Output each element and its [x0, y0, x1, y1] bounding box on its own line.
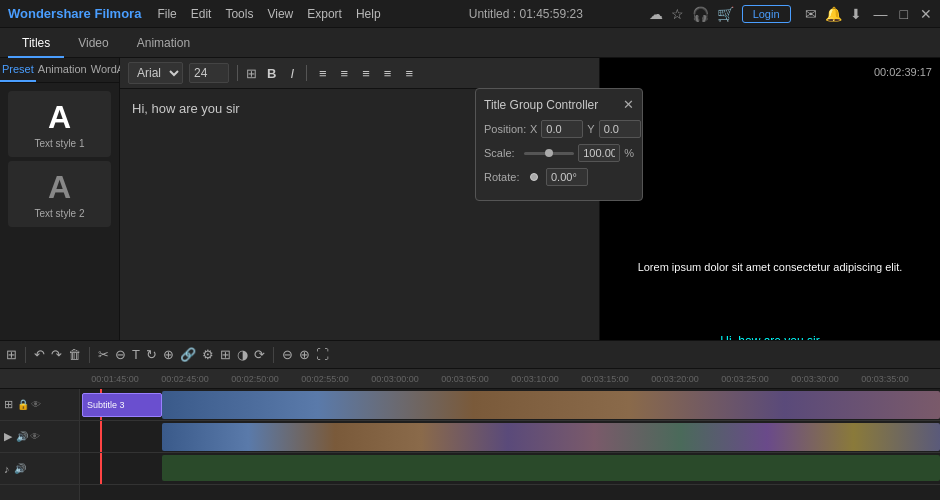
- tgc-position-label: Position:: [484, 123, 526, 135]
- video-clips-row[interactable]: [162, 391, 940, 419]
- tl-fit-icon[interactable]: ⛶: [316, 347, 329, 362]
- menu-view[interactable]: View: [267, 7, 293, 21]
- timeline-ruler: 00:01:45:00 00:02:45:00 00:02:50:00 00:0…: [0, 369, 940, 389]
- track-1-lock[interactable]: 🔒: [17, 399, 29, 410]
- tl-rotate-icon[interactable]: ↻: [146, 347, 157, 362]
- track-2-vol[interactable]: 🔊: [16, 431, 28, 442]
- audio-clip[interactable]: [162, 455, 940, 481]
- bold-button[interactable]: B: [263, 64, 280, 83]
- menu-help[interactable]: Help: [356, 7, 381, 21]
- track-label-1: ⊞ 🔒 👁: [0, 389, 79, 421]
- tl-zoom-in-icon[interactable]: ⊕: [299, 347, 310, 362]
- subtab-preset[interactable]: Preset: [0, 58, 36, 82]
- close-button[interactable]: ✕: [920, 6, 932, 22]
- login-button[interactable]: Login: [742, 5, 791, 23]
- subtitle-track: ✂ Subtitle 3: [80, 389, 940, 421]
- tl-sep-2: [89, 347, 90, 363]
- tl-color-icon[interactable]: ◑: [237, 347, 248, 362]
- minimize-button[interactable]: —: [874, 6, 888, 22]
- style-card-1[interactable]: A Text style 1: [8, 91, 111, 157]
- ruler-2: 00:02:50:00: [220, 374, 290, 384]
- playhead-marker-3: [100, 453, 102, 484]
- cart-icon[interactable]: 🛒: [717, 6, 734, 22]
- preview-lorem-text: Lorem ipsum dolor sit amet consectetur a…: [617, 261, 923, 273]
- more-options-button[interactable]: ≡: [401, 64, 417, 83]
- track-3-icon: ♪: [4, 463, 10, 475]
- tgc-close-button[interactable]: ✕: [623, 97, 634, 112]
- tl-speed-icon[interactable]: ⟳: [254, 347, 265, 362]
- notification-icon[interactable]: 🔔: [825, 6, 842, 22]
- download-icon[interactable]: ⬇: [850, 6, 862, 22]
- tgc-x-input[interactable]: [541, 120, 583, 138]
- tl-text-icon[interactable]: T: [132, 347, 140, 362]
- cloud-icon[interactable]: ☁: [649, 6, 663, 22]
- toolbar-sep-2: [306, 65, 307, 81]
- font-select[interactable]: Arial: [128, 62, 183, 84]
- sub-tabbar: Preset Animation WordArt: [0, 58, 119, 83]
- video-clip-main[interactable]: [162, 423, 940, 451]
- tgc-rotate-input[interactable]: [546, 168, 588, 186]
- tl-cut-icon[interactable]: ✂: [98, 347, 109, 362]
- menu-tools[interactable]: Tools: [225, 7, 253, 21]
- align-center-button[interactable]: ≡: [337, 64, 353, 83]
- tab-titles[interactable]: Titles: [8, 28, 64, 58]
- track-labels: ⊞ 🔒 👁 ▶ 🔊 👁 ♪ 🔊: [0, 389, 80, 500]
- ruler-0: 00:01:45:00: [80, 374, 150, 384]
- track-1-icon: ⊞: [4, 398, 13, 411]
- tl-split-icon[interactable]: ⊕: [163, 347, 174, 362]
- playhead-marker-2: [100, 421, 102, 452]
- tgc-scale-label: Scale:: [484, 147, 520, 159]
- tgc-rotate-row: Rotate:: [484, 168, 634, 186]
- style-list: A Text style 1 A Text style 2: [0, 83, 119, 235]
- style-label-2: Text style 2: [16, 208, 103, 219]
- tgc-popup-title: Title Group Controller: [484, 98, 598, 112]
- text-layout-icon: ⊞: [246, 66, 257, 81]
- ruler-1: 00:02:45:00: [150, 374, 220, 384]
- subtab-animation[interactable]: Animation: [36, 58, 89, 82]
- track-1-controls: 🔒 👁: [17, 399, 41, 410]
- align-right-button[interactable]: ≡: [358, 64, 374, 83]
- tl-adjust-icon[interactable]: ⚙: [202, 347, 214, 362]
- align-justify-button[interactable]: ≡: [380, 64, 396, 83]
- tl-grid-icon[interactable]: ⊞: [6, 347, 17, 362]
- maximize-button[interactable]: □: [900, 6, 908, 22]
- tl-redo-icon[interactable]: ↷: [51, 347, 62, 362]
- timeline-toolbar: ⊞ ↶ ↷ 🗑 ✂ ⊖ T ↻ ⊕ 🔗 ⚙ ⊞ ◑ ⟳ ⊖ ⊕ ⛶: [0, 341, 940, 369]
- audio-track: [80, 453, 940, 485]
- subtitle-clip[interactable]: Subtitle 3: [82, 393, 162, 417]
- track-2-eye[interactable]: 👁: [30, 431, 40, 442]
- tl-undo-icon[interactable]: ↶: [34, 347, 45, 362]
- tgc-y-input[interactable]: [599, 120, 641, 138]
- menu-bar: File Edit Tools View Export Help: [157, 7, 403, 21]
- ruler-8: 00:03:20:00: [640, 374, 710, 384]
- tl-trim-icon[interactable]: ⊞: [220, 347, 231, 362]
- font-size-input[interactable]: [189, 63, 229, 83]
- tl-zoom-out-icon[interactable]: ⊖: [282, 347, 293, 362]
- menu-export[interactable]: Export: [307, 7, 342, 21]
- tab-animation[interactable]: Animation: [123, 28, 204, 58]
- ruler-9: 00:03:25:00: [710, 374, 780, 384]
- tab-video[interactable]: Video: [64, 28, 122, 58]
- tgc-scale-input[interactable]: [578, 144, 620, 162]
- track-3-vol[interactable]: 🔊: [14, 463, 26, 474]
- menu-edit[interactable]: Edit: [191, 7, 212, 21]
- italic-button[interactable]: I: [286, 64, 298, 83]
- tl-link-icon[interactable]: 🔗: [180, 347, 196, 362]
- style-card-2[interactable]: A Text style 2: [8, 161, 111, 227]
- tgc-scale-slider[interactable]: [524, 152, 574, 155]
- tl-pointer-icon[interactable]: ⊖: [115, 347, 126, 362]
- tgc-y-label: Y: [587, 123, 594, 135]
- tgc-position-row: Position: X Y: [484, 120, 634, 138]
- track-1-eye[interactable]: 👁: [31, 399, 41, 410]
- tgc-scale-row: Scale: %: [484, 144, 634, 162]
- track-content: ✂ Subtitle 3: [80, 389, 940, 500]
- align-left-button[interactable]: ≡: [315, 64, 331, 83]
- toolbar-sep-1: [237, 65, 238, 81]
- star-icon[interactable]: ☆: [671, 6, 684, 22]
- email-icon[interactable]: ✉: [805, 6, 817, 22]
- headphone-icon[interactable]: 🎧: [692, 6, 709, 22]
- tl-delete-icon[interactable]: 🗑: [68, 347, 81, 362]
- menu-file[interactable]: File: [157, 7, 176, 21]
- tgc-rotate-dot[interactable]: [530, 173, 538, 181]
- ruler-10: 00:03:30:00: [780, 374, 850, 384]
